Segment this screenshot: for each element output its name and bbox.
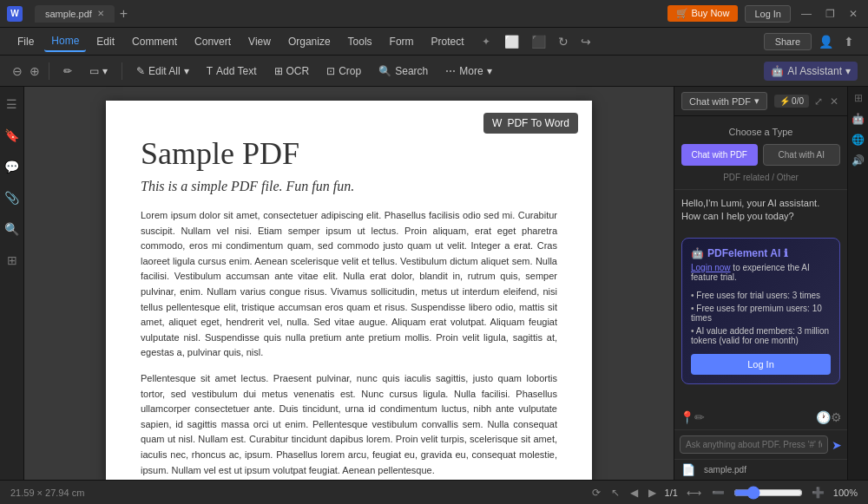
pdf-to-word-label: PDF To Word [507,117,569,129]
menu-comment[interactable]: Comment [125,32,184,51]
nav-next-button[interactable]: ▶ [647,485,658,501]
fr-icon-sound[interactable]: 🔊 [852,154,865,167]
highlight-button[interactable]: ✏ [56,62,79,81]
titlebar-left: W sample.pdf ✕ + [7,5,128,23]
promo-list-item-2: Free uses for premium users: 10 times [691,302,831,324]
menu-home[interactable]: Home [44,31,86,52]
ai-promo-subtitle: Login now to experience the AI feature t… [691,263,831,282]
promo-list-item-1: Free uses for trial users: 3 times [691,289,831,302]
new-tab-icon[interactable]: + [120,6,128,22]
chat-input[interactable] [680,435,828,454]
nav-rotate-icon[interactable]: ⟳ [590,485,602,501]
window-minimize-button[interactable]: — [798,8,815,20]
titlebar-right: 🛒 Buy Now Log In — ❐ ✕ [667,5,861,23]
menubar: File Home Edit Comment Convert View Orga… [0,28,868,56]
fr-icon-globe[interactable]: 🌐 [852,134,865,146]
window-close-button[interactable]: ✕ [845,8,861,20]
buy-now-button[interactable]: 🛒 Buy Now [667,5,738,22]
share-button[interactable]: Share [764,33,812,50]
toolbar-icon-4[interactable]: ↪ [577,33,595,50]
menu-protect[interactable]: Protect [424,32,471,51]
chat-input-row: ➤ [680,435,842,454]
pdf-paragraph-2: Pellentesque sit amet lectus. Praesent p… [141,371,557,478]
footer-draw-icon[interactable]: ✏ [694,410,705,424]
window-restore-button[interactable]: ❐ [822,8,838,20]
fr-icon-robot[interactable]: 🤖 [852,113,865,125]
footer-clock-icon[interactable]: 🕐 [816,410,831,424]
left-sidebar: ☰ 🔖 💬 📎 🔍 ⊞ [0,87,24,480]
toolbar-icon-2[interactable]: ⬛ [528,33,549,50]
nav-fit-width-button[interactable]: ⟷ [685,485,703,501]
ocr-label: OCR [286,65,310,77]
nav-zoom-out-button[interactable]: ➖ [710,485,727,501]
add-text-button[interactable]: T Add Text [200,62,264,81]
toolbar-icon-1[interactable]: ⬜ [501,33,523,50]
panel-header: Chat with PDF ▾ ⚡ 0/0 ⤢ ✕ [674,87,847,116]
sidebar-icon-attachment[interactable]: 📎 [1,187,23,208]
panel-close-button[interactable]: ✕ [828,94,840,109]
pdf-to-word-icon: W [492,117,502,129]
menu-organize[interactable]: Organize [281,32,338,51]
chat-pdf-button[interactable]: Chat with PDF [681,144,758,166]
menu-form[interactable]: Form [383,32,421,51]
ai-promo-list: Free uses for trial users: 3 times Free … [691,289,831,347]
menu-edit[interactable]: Edit [89,32,122,51]
chat-input-area: ➤ [674,429,847,459]
bottom-row-icon[interactable]: 📄 [681,463,695,476]
search-button[interactable]: 🔍 Search [372,62,435,81]
ai-icon: 🤖 [771,65,784,77]
sidebar-icon-search[interactable]: 🔍 [1,219,23,239]
sidebar-icon-layers[interactable]: ⊞ [3,250,21,271]
chat-send-button[interactable]: ➤ [832,438,842,452]
ai-label: AI Assistant [787,65,842,77]
nav-prev-button[interactable]: ◀ [628,485,640,501]
login-button[interactable]: Log In [745,5,791,23]
tab-close-icon[interactable]: ✕ [97,9,104,18]
edit-all-button[interactable]: ✎ Edit All ▾ [129,62,196,81]
toolbar-icons: ⬜ ⬛ ↻ ↪ [501,33,595,50]
promo-login-button[interactable]: Log In [691,354,831,375]
menu-convert[interactable]: Convert [187,32,238,51]
menu-file[interactable]: File [10,32,41,51]
footer-location-icon[interactable]: 📍 [680,410,694,424]
chat-ai-button[interactable]: Chat with AI [763,144,841,166]
nav-cursor-icon[interactable]: ↖ [609,485,621,501]
crop-button[interactable]: ⊡ Crop [319,62,368,81]
menu-tools[interactable]: Tools [341,32,379,51]
footer-settings-icon[interactable]: ⚙ [831,410,842,424]
rect-button[interactable]: ▭ ▾ [82,62,115,81]
sidebar-icon-bookmark[interactable]: 🔖 [1,125,23,146]
more-button[interactable]: ⋯ More ▾ [438,62,498,81]
sidebar-icon-menu[interactable]: ☰ [3,94,21,115]
zoom-level: 100% [833,488,858,498]
ocr-button[interactable]: ⊞ OCR [267,62,317,81]
toolbar-icon-profile[interactable]: 👤 [815,33,837,50]
zoom-in-button[interactable]: ⊕ [28,62,42,80]
zoom-out-button[interactable]: ⊖ [10,62,24,80]
login-link[interactable]: Login now [691,263,731,272]
counter-value: 0/0 [792,96,804,106]
pdf-subtitle: This is a simple PDF file. Fun fun fun. [141,179,557,194]
sidebar-icon-comment[interactable]: 💬 [1,156,23,177]
pdf-tab[interactable]: sample.pdf ✕ [35,5,115,23]
ai-assistant-button[interactable]: 🤖 AI Assistant ▾ [764,62,858,81]
search-icon: 🔍 [378,65,391,77]
panel-expand-button[interactable]: ⤢ [812,94,825,109]
panel-title-button[interactable]: Chat with PDF ▾ [681,92,767,110]
toolbar-icon-3[interactable]: ↻ [555,33,572,50]
ai-greeting: Hello,I'm Lumi, your AI assistant. How c… [674,190,847,231]
ocr-icon: ⊞ [274,65,283,77]
zoom-slider[interactable] [733,486,803,500]
toolbar: ⊖ ⊕ ✏ ▭ ▾ ✎ Edit All ▾ T Add Text ⊞ OCR … [0,56,868,87]
nav-zoom-in-button[interactable]: ➕ [810,485,826,501]
type-note: PDF related / Other [674,173,847,190]
toolbar-icon-upload[interactable]: ⬆ [840,33,858,50]
edit-all-label: Edit All [148,65,181,77]
ai-panel: Chat with PDF ▾ ⚡ 0/0 ⤢ ✕ Choose a Type … [674,87,847,480]
menu-view[interactable]: View [241,32,278,51]
pdf-tooltip[interactable]: W PDF To Word [483,113,578,134]
menu-extra[interactable]: ✦ [475,32,497,51]
main-layout: ☰ 🔖 💬 📎 🔍 ⊞ W PDF To Word Sample PDF Thi… [0,87,868,480]
more-icon: ⋯ [445,65,456,77]
fr-icon-grid[interactable]: ⊞ [854,92,863,104]
